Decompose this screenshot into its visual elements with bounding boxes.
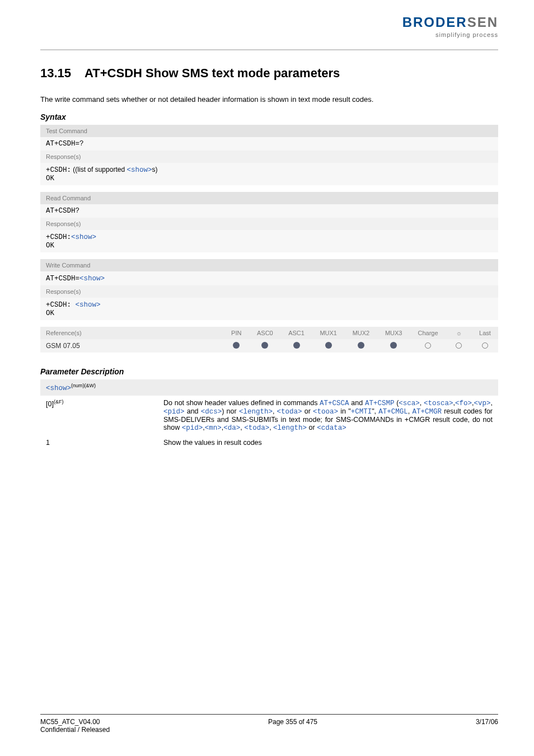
link-length2[interactable]: <length> (273, 424, 307, 432)
dot-mux2 (345, 339, 377, 353)
link-atcsca[interactable]: AT+CSCA (320, 400, 349, 407)
test-response: +CSDH: ((list of supported <show>s) OK (40, 163, 498, 186)
brand-logo: BRODERSEN simplifying process (402, 15, 498, 38)
reference-body: GSM 07.05 (40, 339, 223, 353)
response-label: Response(s) (40, 151, 498, 163)
link-atcmgr[interactable]: AT+CMGR (412, 408, 442, 416)
param-sup: (num)(&W) (71, 383, 96, 388)
t: ) nor (222, 407, 239, 415)
write-command-label: Write Command (40, 259, 498, 271)
link-length[interactable]: <length> (239, 408, 273, 416)
link-mn[interactable]: <mn> (205, 424, 222, 432)
test-resp-pre: +CSDH: (46, 166, 71, 174)
dot-mux3 (377, 339, 410, 353)
footer-right: 3/17/06 (476, 718, 498, 734)
link-tooa[interactable]: <tooa> (313, 408, 338, 416)
write-cmd-show: <show> (79, 275, 105, 283)
dot-last (472, 339, 498, 353)
parameter-table: <show>(num)(&W) [0](&F) Do not show head… (40, 379, 498, 450)
link-sca[interactable]: <sca> (399, 400, 420, 407)
intro-paragraph: The write command sets whether or not de… (40, 95, 498, 104)
test-resp-show: <show> (127, 166, 152, 174)
test-command-label: Test Command (40, 125, 498, 137)
param-row0-key-sup: (&F) (54, 399, 64, 405)
col-asc0: ASC0 (249, 327, 280, 339)
section-heading: 13.15AT+CSDH Show SMS text mode paramete… (40, 66, 498, 81)
link-fo[interactable]: <fo> (455, 400, 472, 407)
read-ok: OK (46, 242, 54, 250)
test-resp-mid: ((list of supported (71, 166, 127, 173)
link-tosca[interactable]: <tosca> (424, 400, 453, 407)
link-toda2[interactable]: <toda> (244, 424, 269, 432)
write-ok: OK (46, 309, 54, 317)
t: and (185, 407, 201, 415)
param-row0-key-text: [0] (46, 400, 54, 408)
write-resp-show: <show> (76, 301, 101, 309)
parameter-name-row: <show>(num)(&W) (40, 379, 498, 396)
link-dcs[interactable]: <dcs> (201, 408, 222, 416)
write-response: +CSDH: <show> OK (40, 298, 498, 321)
col-asc1: ASC1 (280, 327, 312, 339)
link-atcsmp[interactable]: AT+CSMP (365, 400, 395, 407)
param-row1-key: 1 (40, 435, 158, 450)
param-row0-key: [0](&F) (40, 396, 158, 435)
link-pid2[interactable]: <pid> (182, 424, 203, 432)
footer-center: Page 355 of 475 (268, 718, 317, 734)
read-command-label: Read Command (40, 192, 498, 204)
link-cmti[interactable]: +CMTI (351, 408, 372, 416)
test-ok: OK (46, 175, 54, 182)
dot-charge (410, 339, 446, 353)
dot-pin (223, 339, 249, 353)
param-row0-desc: Do not show header values defined in com… (158, 396, 498, 435)
col-mux1: MUX1 (312, 327, 345, 339)
t: and (349, 399, 365, 407)
col-pin: PIN (223, 327, 249, 339)
link-toda[interactable]: <toda> (277, 408, 302, 416)
t: Do not show header values defined in com… (163, 399, 320, 407)
dot-asc1 (280, 339, 312, 353)
write-resp-pre: +CSDH: (46, 301, 76, 309)
test-resp-post: s) (152, 166, 157, 173)
reference-label: Reference(s) (40, 327, 223, 339)
t: in " (338, 407, 351, 415)
col-last: Last (472, 327, 498, 339)
response-label-3: Response(s) (40, 285, 498, 298)
link-vp[interactable]: <vp> (474, 400, 491, 407)
read-response: +CSDH:<show> OK (40, 230, 498, 253)
t: , (491, 399, 493, 407)
footer-confidential: Confidential / Released (40, 726, 110, 734)
param-row1-desc: Show the values in result codes (158, 435, 498, 450)
dot-mux1 (312, 339, 345, 353)
brand-wordmark: BRODERSEN (402, 15, 498, 30)
write-command: AT+CSDH=<show> (40, 271, 498, 285)
read-resp-pre: +CSDH: (46, 233, 71, 241)
col-mux2: MUX2 (345, 327, 377, 339)
response-label-2: Response(s) (40, 218, 498, 230)
brand-word-b: SEN (467, 15, 498, 30)
header-divider (40, 49, 498, 50)
read-command: AT+CSDH? (40, 204, 498, 218)
brand-word-a: BRODER (402, 15, 467, 30)
t: , (420, 399, 424, 407)
t: ", (372, 407, 378, 415)
link-da[interactable]: <da> (223, 424, 240, 432)
t: , (273, 407, 277, 415)
col-mux3: MUX3 (377, 327, 410, 339)
footer-doc-id: MC55_ATC_V04.00 (40, 718, 100, 726)
t: or (302, 407, 313, 415)
col-sun-icon: ☼ (446, 327, 472, 339)
link-atcmgl[interactable]: AT+CMGL (378, 408, 408, 416)
param-name: <show> (46, 384, 71, 392)
link-pid[interactable]: <pid> (163, 408, 185, 416)
dot-sun (446, 339, 472, 353)
section-number: 13.15 (40, 66, 71, 80)
brand-tagline: simplifying process (402, 31, 498, 38)
section-title: AT+CSDH Show SMS text mode parameters (85, 66, 340, 80)
footer-left: MC55_ATC_V04.00 Confidential / Released (40, 718, 110, 734)
syntax-table: Test Command AT+CSDH=? Response(s) +CSDH… (40, 125, 498, 353)
dot-asc0 (249, 339, 280, 353)
t: or (307, 424, 317, 431)
link-cdata[interactable]: <cdata> (317, 424, 346, 432)
col-charge: Charge (410, 327, 446, 339)
test-command: AT+CSDH=? (40, 137, 498, 151)
